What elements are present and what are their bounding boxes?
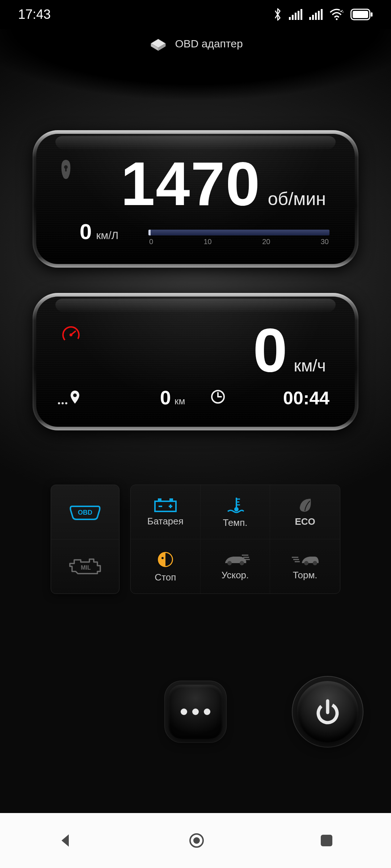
temp-indicator[interactable]: Темп. [201, 485, 270, 539]
svg-rect-1 [292, 15, 294, 20]
scale-tick: 10 [204, 238, 212, 246]
distance-value: 0 [160, 386, 171, 409]
battery-icon [350, 9, 373, 20]
svg-rect-28 [169, 498, 173, 501]
svg-rect-3 [298, 11, 299, 20]
wifi-icon [329, 9, 344, 20]
svg-rect-7 [315, 13, 317, 20]
scale-tick: 0 [149, 238, 153, 246]
nav-back-icon[interactable] [57, 832, 74, 849]
svg-rect-9 [321, 9, 323, 20]
svg-rect-26 [155, 501, 176, 511]
power-button[interactable] [297, 681, 358, 743]
clock-icon [210, 389, 226, 404]
signal-icon [289, 9, 303, 20]
svg-rect-8 [318, 11, 320, 20]
svg-rect-2 [295, 13, 297, 20]
nav-home-icon[interactable] [188, 832, 205, 849]
svg-point-45 [304, 561, 308, 565]
stop-label: Стоп [155, 572, 176, 583]
svg-point-46 [313, 561, 317, 565]
accel-label: Ускор. [222, 570, 249, 581]
dot-icon [204, 709, 210, 715]
gps-icon [58, 390, 80, 404]
status-icons [273, 8, 373, 21]
indicator-panel: OBD MIL Батарея Темп. ECO Стоп [51, 485, 340, 594]
accel-indicator-icon [220, 552, 250, 567]
lock-icon [58, 159, 74, 181]
battery-indicator[interactable]: Батарея [131, 485, 201, 539]
scale-tick: 30 [321, 238, 329, 246]
svg-point-40 [227, 561, 232, 565]
speed-value: 0 [253, 315, 287, 386]
eco-indicator-icon [296, 497, 314, 513]
svg-line-19 [71, 331, 75, 335]
tachometer-icon [62, 326, 80, 346]
svg-rect-0 [289, 17, 291, 20]
temp-indicator-icon [226, 495, 244, 514]
rpm-gauge[interactable]: 1470 об/мин 0 км/Л 0 10 20 30 [33, 130, 358, 268]
power-icon [313, 697, 342, 726]
svg-rect-6 [312, 15, 314, 20]
svg-point-53 [193, 837, 200, 844]
obd-adapter-icon [148, 36, 168, 51]
eco-label: ECO [295, 516, 315, 527]
distance-unit: км [175, 396, 185, 407]
rpm-unit: об/мин [268, 188, 326, 209]
accel-indicator[interactable]: Ускор. [201, 539, 270, 593]
fuel-efficiency-value: 0 [80, 219, 92, 244]
signal2-icon [309, 9, 323, 20]
fuel-efficiency-unit: км/Л [96, 229, 118, 242]
svg-point-39 [161, 557, 164, 559]
svg-rect-27 [158, 498, 161, 501]
android-nav-bar [0, 813, 391, 868]
temp-label: Темп. [223, 517, 247, 528]
app-header: OBD адаптер [0, 29, 391, 69]
brake-indicator-icon [291, 552, 319, 567]
status-time: 17:43 [18, 7, 51, 22]
svg-text:MIL: MIL [81, 565, 91, 571]
rpm-value: 1470 [121, 148, 261, 219]
scale-tick: 20 [262, 238, 270, 246]
speed-gauge[interactable]: 0 км/ч 0 км [33, 293, 358, 430]
svg-point-11 [340, 9, 343, 13]
svg-rect-16 [65, 168, 67, 171]
fuel-scale: 0 10 20 30 [148, 230, 329, 246]
svg-point-36 [234, 507, 239, 511]
mil-indicator[interactable]: MIL [51, 539, 119, 594]
speed-unit: км/ч [294, 356, 326, 375]
stop-indicator[interactable]: Стоп [131, 539, 201, 593]
nav-recent-icon[interactable] [319, 833, 334, 848]
svg-point-41 [240, 561, 244, 565]
brake-indicator[interactable]: Торм. [270, 539, 340, 593]
eco-indicator[interactable]: ECO [270, 485, 340, 539]
header-title: OBD адаптер [175, 38, 243, 50]
app-body: OBD адаптер 1470 об/мин 0 км/Л [0, 29, 391, 813]
svg-rect-5 [309, 17, 311, 20]
dot-icon [181, 709, 187, 715]
brake-label: Торм. [293, 570, 318, 581]
trip-time: 00:44 [283, 388, 329, 409]
status-bar: 17:43 [0, 0, 391, 29]
svg-rect-54 [321, 835, 332, 846]
stop-indicator-icon [156, 550, 175, 569]
battery-label: Батарея [147, 516, 184, 527]
svg-point-20 [73, 393, 77, 397]
svg-rect-4 [300, 9, 302, 20]
svg-rect-14 [371, 12, 373, 17]
svg-text:OBD: OBD [78, 509, 92, 516]
header-title-group[interactable]: OBD адаптер [148, 36, 243, 51]
more-button[interactable] [168, 685, 223, 739]
svg-rect-13 [353, 11, 368, 18]
battery-indicator-icon [154, 497, 177, 513]
obd-indicator[interactable]: OBD [51, 485, 119, 539]
svg-point-10 [336, 18, 338, 20]
bluetooth-icon [273, 8, 282, 21]
dot-icon [192, 709, 199, 715]
